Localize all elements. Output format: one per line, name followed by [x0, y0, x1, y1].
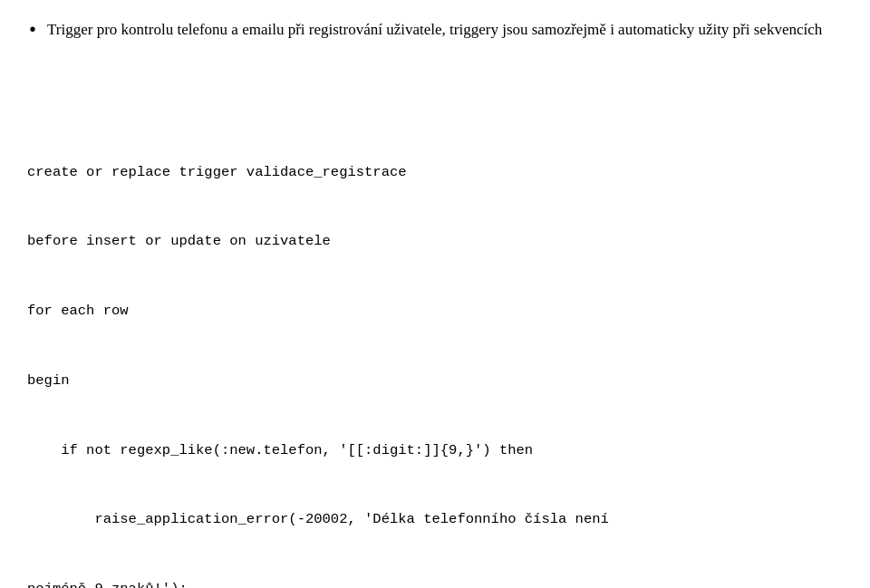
bullet-icon: • — [27, 20, 38, 41]
page-content: • Trigger pro kontrolu telefonu a emailu… — [27, 18, 843, 588]
code-line-6: if not regexp_like(:new.telefon, '[[:dig… — [27, 439, 843, 463]
code-block: create or replace trigger validace_regis… — [27, 69, 843, 589]
code-line-3: before insert or update on uzivatele — [27, 230, 843, 254]
bullet-section: • Trigger pro kontrolu telefonu a emailu… — [27, 18, 843, 42]
code-line-4: for each row — [27, 300, 843, 323]
code-line-8: nejméně 9 znaků!'); — [27, 578, 843, 588]
code-line-5: begin — [27, 370, 843, 393]
code-line-7: raise_application_error(-20002, 'Délka t… — [27, 508, 843, 532]
code-line-2: create or replace trigger validace_regis… — [27, 161, 843, 185]
bullet-text: Trigger pro kontrolu telefonu a emailu p… — [47, 18, 822, 42]
